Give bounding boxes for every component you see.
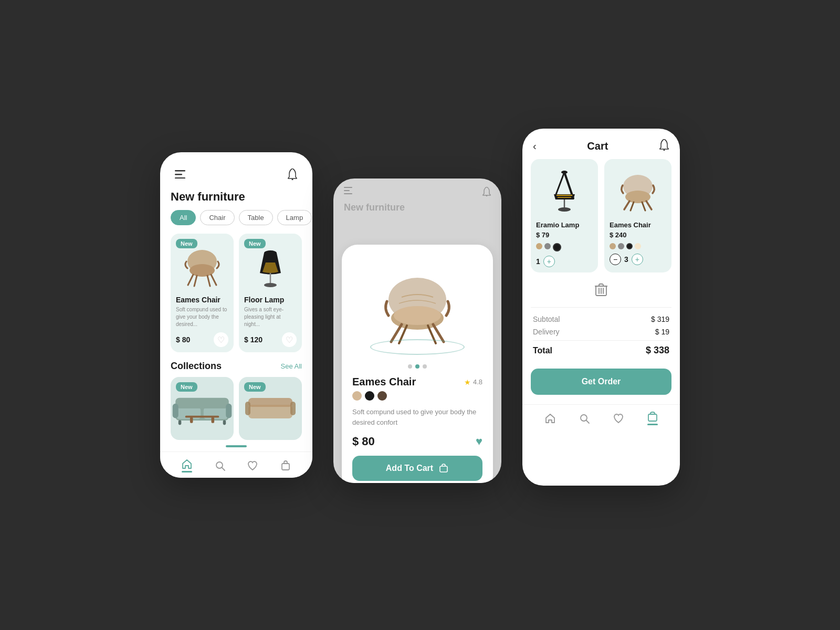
color-3[interactable] — [553, 243, 561, 251]
chair-detail-image — [352, 255, 482, 360]
qty-decrease[interactable]: − — [610, 254, 621, 265]
svg-rect-2 — [175, 177, 185, 178]
qty-value: 1 — [536, 257, 540, 266]
filter-table[interactable]: Table — [239, 210, 273, 225]
total-value: $ 338 — [646, 345, 669, 356]
delivery-value: $ 19 — [655, 328, 669, 336]
collections-title: Collections — [171, 361, 222, 372]
collections-list: New — [160, 377, 312, 440]
color-4[interactable] — [635, 243, 641, 249]
cart-item-lamp[interactable]: Eramio Lamp $ 79 1 + — [531, 159, 598, 272]
svg-rect-33 — [344, 193, 352, 194]
nav-home[interactable] — [544, 413, 556, 424]
delete-button[interactable] — [595, 283, 607, 300]
product-rating: ★ 4.8 — [464, 378, 482, 386]
product-price: $ 80 — [352, 435, 375, 448]
qty-increase[interactable]: + — [543, 256, 555, 267]
cart-bottom-nav — [522, 404, 680, 430]
product-description: Soft compund used to give your body the … — [176, 306, 228, 328]
image-dots — [352, 364, 482, 369]
product-footer: $ 120 ♡ — [244, 332, 297, 347]
svg-point-46 — [558, 207, 571, 212]
collection-card-2[interactable]: New — [239, 377, 302, 440]
get-order-button[interactable]: Get Order — [531, 369, 671, 395]
collection-card-1[interactable]: New — [171, 377, 234, 440]
svg-line-9 — [207, 276, 210, 286]
color-black[interactable] — [365, 391, 374, 401]
wishlist-button[interactable]: ♡ — [214, 332, 228, 347]
nav-search[interactable] — [214, 460, 226, 471]
filter-lamp[interactable]: Lamp — [277, 210, 312, 225]
wishlist-button[interactable]: ♥ — [476, 435, 482, 448]
qty-row: − 3 + — [610, 254, 666, 265]
subtotal-row: Subtotal $ 319 — [533, 315, 669, 323]
wishlist-button[interactable]: ♡ — [282, 332, 297, 347]
product-card-eames-chair[interactable]: New Eames Chair Soft com — [171, 234, 234, 352]
svg-rect-0 — [175, 170, 185, 172]
phone-3: ‹ Cart — [522, 129, 680, 486]
color-beige[interactable] — [352, 391, 362, 401]
p2-blurred-title: New furniture — [344, 202, 491, 213]
item-colors — [536, 243, 593, 251]
svg-line-29 — [222, 468, 225, 470]
svg-point-37 — [394, 306, 441, 325]
item-name: Eramio Lamp — [536, 221, 593, 229]
add-to-cart-label: Add To Cart — [386, 464, 433, 473]
dot-1[interactable] — [408, 364, 412, 369]
svg-rect-27 — [290, 402, 296, 415]
new-badge: New — [244, 382, 266, 392]
nav-cart[interactable] — [280, 460, 291, 471]
hamburger-icon[interactable] — [171, 165, 190, 184]
color-2[interactable] — [618, 243, 624, 249]
color-brown[interactable] — [377, 391, 387, 401]
price-row: $ 80 ♥ — [352, 435, 482, 448]
qty-value: 3 — [624, 255, 628, 264]
cart-header: ‹ Cart — [522, 129, 680, 159]
new-badge: New — [244, 239, 266, 248]
see-all-link[interactable]: See All — [281, 362, 302, 370]
color-1[interactable] — [536, 243, 542, 249]
add-to-cart-button[interactable]: Add To Cart — [352, 456, 482, 481]
dot-2[interactable] — [415, 364, 419, 369]
bottom-nav — [160, 452, 312, 478]
product-price: $ 80 — [176, 335, 190, 344]
nav-home[interactable] — [181, 458, 193, 472]
delete-section — [522, 279, 680, 307]
qty-increase[interactable]: + — [632, 254, 643, 265]
filter-all[interactable]: All — [171, 210, 196, 225]
phone1-header — [160, 152, 312, 190]
product-title-row: Eames Chair ★ 4.8 — [352, 376, 482, 388]
svg-rect-16 — [175, 398, 229, 408]
svg-rect-26 — [245, 402, 250, 415]
bell-icon[interactable] — [283, 165, 302, 184]
nav-wishlist[interactable] — [247, 460, 258, 471]
item-colors — [610, 243, 666, 249]
filter-chair[interactable]: Chair — [200, 210, 234, 225]
nav-cart[interactable] — [647, 411, 658, 425]
svg-line-51 — [631, 202, 634, 211]
product-card-floor-lamp[interactable]: New Floor Lamp Gives a soft eye-pleasing… — [239, 234, 302, 352]
cart-item-chair[interactable]: Eames Chair $ 240 − 3 + — [604, 159, 671, 272]
product-price: $ 120 — [244, 335, 262, 344]
qty-row: 1 + — [536, 256, 593, 267]
svg-rect-23 — [212, 417, 215, 423]
svg-rect-59 — [648, 414, 657, 421]
bell-icon[interactable] — [659, 139, 669, 153]
page-title: New furniture — [160, 190, 312, 210]
svg-line-8 — [194, 276, 197, 286]
svg-rect-21 — [185, 416, 219, 418]
color-1[interactable] — [610, 243, 616, 249]
color-3[interactable] — [626, 243, 633, 249]
svg-point-57 — [581, 415, 587, 421]
product-detail-card: Eames Chair ★ 4.8 Soft compund used to g… — [342, 245, 493, 483]
phone-2: New furniture — [333, 178, 501, 483]
star-icon: ★ — [464, 378, 471, 386]
dot-3[interactable] — [423, 364, 427, 369]
nav-wishlist[interactable] — [613, 413, 624, 424]
cart-items: Eramio Lamp $ 79 1 + — [522, 159, 680, 279]
svg-point-28 — [216, 462, 223, 468]
svg-rect-32 — [344, 190, 350, 191]
color-2[interactable] — [544, 243, 551, 249]
nav-search[interactable] — [579, 413, 590, 424]
back-button[interactable]: ‹ — [533, 140, 537, 152]
